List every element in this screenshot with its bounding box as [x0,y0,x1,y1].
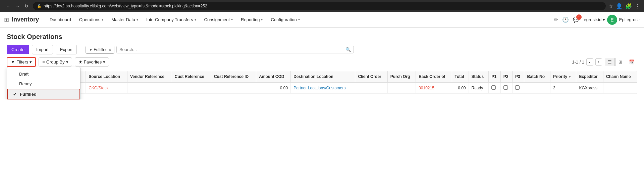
search-input-wrapper[interactable]: 🔍 [116,46,354,53]
header-p1: P1 [489,71,500,82]
browser-chrome: ← → ↻ 🔒 https://dev2.bo.hospitality.citi… [0,0,644,12]
url-text: https://dev2.bo.hospitality.citiskg.com/… [44,4,207,8]
filter-item-ready-label: Ready [19,81,32,86]
pagination: 1-1 / 1 ‹ › [572,58,602,66]
reload-button[interactable]: ↻ [23,3,30,9]
nav-consignment[interactable]: Consignment ▾ [200,12,237,28]
create-button[interactable]: Create [7,45,29,54]
groupby-caret: ▾ [66,59,68,64]
nav-intercompany[interactable]: InterCompany Transfers ▾ [142,12,200,28]
clock-icon-btn[interactable]: 🕐 [562,16,569,23]
filters-caret: ▾ [30,59,32,64]
header-client-order: Client Order [355,71,387,82]
back-order-link[interactable]: 0010215 [419,86,434,90]
menu-icon[interactable]: ⋮ [635,3,640,9]
filters-button[interactable]: ▼ Filters ▾ [7,57,36,67]
header-cust-reference-id: Cust Reference ID [211,71,256,82]
app-grid-icon[interactable]: ⊞ [4,16,9,24]
operations-caret: ▾ [102,18,103,22]
star-icon: ★ [78,59,83,64]
view-grid-button[interactable]: ⊞ [615,58,625,66]
cell-batch-no [524,82,550,94]
bookmark-icon[interactable]: ☆ [608,3,613,9]
filter-item-ready[interactable]: Ready [7,79,80,89]
filter-icon: ▼ [11,59,15,64]
favorites-button[interactable]: ★ Favorites ▾ [75,57,109,67]
search-icon[interactable]: 🔍 [345,47,351,52]
top-search-row: Create Import Export ▼ Fulfilled × 🔍 [7,45,637,54]
cell-vendor-reference [127,82,172,94]
cell-status: Ready [469,82,489,94]
cell-p2[interactable] [500,82,512,94]
page-content: Stock Operations Create Import Export ▼ … [0,28,644,99]
p3-checkbox[interactable] [515,85,520,90]
filter-item-draft-label: Draft [19,72,29,77]
toolbar: Create Import Export [7,45,77,54]
back-button[interactable]: ← [4,3,12,9]
header-purch-org: Purch Org [387,71,416,82]
cell-amount-cod: 0.00 [256,82,291,94]
header-status: Status [469,71,489,82]
header-p2: P2 [500,71,512,82]
top-nav: ⊞ Inventory Dashboard Operations ▾ Maste… [0,12,644,28]
intercompany-caret: ▾ [195,18,196,22]
configuration-caret: ▾ [298,18,300,22]
edit-icon-btn[interactable]: ✏ [554,16,558,23]
cell-chann-name [603,82,637,94]
header-vendor-reference: Vendor Reference [127,71,172,82]
extensions-icon[interactable]: 🧩 [625,3,632,9]
header-back-order: Back Order of [416,71,452,82]
search-bar: ▼ Fulfilled × 🔍 [86,46,354,54]
nav-operations[interactable]: Operations ▾ [75,12,108,28]
page-title: Stock Operations [7,33,637,41]
import-button[interactable]: Import [32,45,53,54]
header-source-location: Source Location [86,71,127,82]
lock-icon: 🔒 [37,4,42,8]
filter-dropdown: Draft Ready ✔ Fulfilled Unfulfilled Wait… [7,67,80,99]
p1-checkbox[interactable] [491,85,496,90]
view-calendar-button[interactable]: 📅 [626,58,637,66]
header-destination-location: Destination Location [291,71,355,82]
browser-nav[interactable]: ← → ↻ [4,3,30,9]
chat-icon-btn[interactable]: 💬 1 [573,16,580,23]
groupby-button[interactable]: ≡ Group By ▾ [39,57,72,67]
master-data-caret: ▾ [137,18,138,22]
url-bar[interactable]: 🔒 https://dev2.bo.hospitality.citiskg.co… [33,2,606,10]
cell-p3[interactable] [513,82,524,94]
header-priority[interactable]: Priority ▾ [550,71,576,82]
filter-close-icon[interactable]: × [109,47,111,52]
destination-link[interactable]: Partner Locations/Customers [293,86,345,90]
profile-icon[interactable]: 👤 [616,3,623,9]
pagination-prev[interactable]: ‹ [586,58,593,66]
cell-total: 0.00 [452,82,469,94]
forward-button[interactable]: → [13,3,21,9]
filter-item-draft[interactable]: Draft [7,69,80,79]
filter-tag-label: Fulfilled [94,47,107,52]
search-input[interactable] [119,47,346,52]
export-button[interactable]: Export [56,45,77,54]
reporting-caret: ▾ [261,18,263,22]
cell-expeditor: KGXpress [576,82,603,94]
table-row: Fulfilled CKG/OUT/00034 CKG/Stock [7,82,637,94]
favorites-label: Favorites [84,59,102,64]
source-location-link[interactable]: CKG/Stock [89,86,108,90]
header-expeditor: Expeditor [576,71,603,82]
filter-item-fulfilled[interactable]: ✔ Fulfilled [7,89,80,99]
cell-p1[interactable] [489,82,500,94]
user-info[interactable]: egrosir.id ▾ E Epi egrosir [584,15,640,25]
cell-back-order[interactable]: 0010215 [416,82,452,94]
pagination-next[interactable]: › [595,58,602,66]
nav-dashboard[interactable]: Dashboard [46,12,75,28]
filter-fulfilled-tag: ▼ Fulfilled × [86,46,114,54]
view-list-button[interactable]: ☰ [605,58,615,66]
action-bar: ▼ Filters ▾ Draft Ready ✔ Fulfilled [7,57,637,67]
filters-label: Filters [16,59,28,64]
nav-reporting[interactable]: Reporting ▾ [237,12,267,28]
nav-configuration[interactable]: Configuration ▾ [267,12,304,28]
p2-checkbox[interactable] [503,85,508,90]
stock-table: Is Fulfill Reference Source Location Ven… [7,71,637,94]
filter-funnel-icon: ▼ [89,47,93,52]
cell-destination-location[interactable]: Partner Locations/Customers [291,82,355,94]
fulfilled-check: ✔ [13,92,18,97]
nav-master-data[interactable]: Master Data ▾ [107,12,142,28]
